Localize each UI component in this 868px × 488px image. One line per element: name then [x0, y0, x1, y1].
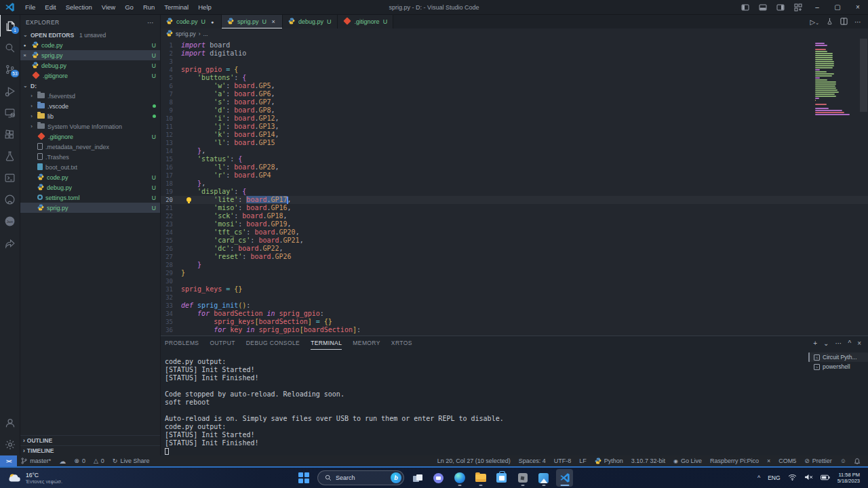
menu-item-view[interactable]: View: [97, 0, 120, 15]
code-line-27[interactable]: 27 'reset': board.GP26: [161, 253, 868, 261]
panel-tab-output[interactable]: OUTPUT: [210, 336, 235, 350]
json-icon[interactable]: Json: [0, 210, 20, 232]
go-live[interactable]: ◉Go Live: [669, 455, 706, 466]
code-line-1[interactable]: 1import board: [161, 41, 868, 49]
open-editor-sprig.py[interactable]: ×sprig.pyU: [20, 50, 160, 60]
customize-layout-icon[interactable]: [789, 0, 807, 15]
panel-tab-terminal[interactable]: TERMINAL: [311, 336, 342, 350]
code-line-11[interactable]: 11 'j': board.GP13,: [161, 123, 868, 131]
tree-item-code.py[interactable]: code.pyU: [20, 172, 160, 182]
code-line-24[interactable]: 24 'tft_cs': board.GP20,: [161, 228, 868, 237]
close-button[interactable]: ×: [848, 0, 868, 15]
code-line-17[interactable]: 17 'r': board.GP4: [161, 171, 868, 180]
tree-item-system-volume-information[interactable]: ›System Volume Information: [20, 121, 160, 131]
code-line-33[interactable]: 33def sprig_init():: [161, 302, 868, 310]
tab-code.py[interactable]: code.pyU●: [161, 15, 222, 28]
code-line-16[interactable]: 16 'l': board.GP28,: [161, 163, 868, 171]
code-line-18[interactable]: 18 },: [161, 180, 868, 188]
file-explorer-icon[interactable]: [472, 469, 489, 487]
toggle-sidebar-icon[interactable]: [736, 0, 754, 15]
menu-item-go[interactable]: Go: [120, 0, 138, 15]
code-line-10[interactable]: 10 'i': board.GP12,: [161, 115, 868, 123]
code-line-28[interactable]: 28 }: [161, 261, 868, 269]
python-interpreter[interactable]: 3.10.7 32-bit: [627, 455, 669, 466]
code-line-32[interactable]: 32: [161, 293, 868, 302]
tree-item-.gitignore[interactable]: .gitignoreU: [20, 131, 160, 142]
tray-overflow-icon[interactable]: ^: [757, 474, 760, 481]
code-line-6[interactable]: 6 'w': board.GP5,: [161, 82, 868, 90]
panel-tab-xrtos[interactable]: XRTOS: [391, 336, 412, 350]
serial-port[interactable]: COM5: [774, 455, 800, 466]
menu-item-terminal[interactable]: Terminal: [159, 0, 193, 15]
bing-icon[interactable]: b: [391, 472, 401, 483]
panel-tab-debug-console[interactable]: DEBUG CONSOLE: [246, 336, 300, 350]
github-icon[interactable]: [0, 188, 20, 210]
git-branch[interactable]: master*: [17, 455, 55, 466]
prettier[interactable]: ⊘Prettier: [800, 455, 836, 466]
volume-muted-icon[interactable]: [804, 474, 813, 482]
code-line-34[interactable]: 34 for boardSection in sprig_gpio:: [161, 310, 868, 318]
explorer-more-icon[interactable]: ⋯: [147, 19, 155, 26]
tree-item-sprig.py[interactable]: sprig.pyU: [20, 203, 160, 213]
code-line-31[interactable]: 31sprig_keys = {}: [161, 285, 868, 293]
timeline-section[interactable]: › TIMELINE: [20, 445, 160, 455]
terminal-box-icon[interactable]: [0, 167, 20, 188]
roblox-icon[interactable]: [514, 469, 531, 487]
tree-item-boot_out.txt[interactable]: boot_out.txt: [20, 162, 160, 172]
test-flask-icon[interactable]: [0, 145, 20, 167]
tab-debug.py[interactable]: debug.pyU: [283, 15, 338, 28]
toggle-secondary-sidebar-icon[interactable]: [772, 0, 789, 15]
code-line-23[interactable]: 23 'mosi': board.GP19,: [161, 220, 868, 228]
terminal-dropdown-icon[interactable]: ⌄: [823, 340, 829, 347]
code-line-9[interactable]: 9 'd': board.GP8,: [161, 106, 868, 115]
code-line-36[interactable]: 36 for key in sprig_gpio[boardSection]:: [161, 326, 868, 334]
photos-icon[interactable]: [535, 469, 552, 487]
menu-item-help[interactable]: Help: [193, 0, 216, 15]
errors[interactable]: ⊗0: [70, 455, 90, 466]
lightbulb-icon[interactable]: [186, 197, 191, 202]
code-line-22[interactable]: 22 'sck': board.GP18,: [161, 212, 868, 220]
cursor-position[interactable]: Ln 20, Col 27 (10 selected): [433, 455, 515, 466]
menu-item-run[interactable]: Run: [138, 0, 159, 15]
search-icon[interactable]: [0, 37, 20, 58]
tab-sprig.py[interactable]: sprig.pyU×: [222, 15, 283, 28]
account-icon[interactable]: [0, 412, 20, 434]
tab-close-icon[interactable]: ×: [270, 18, 277, 25]
sync-cloud[interactable]: ☁: [55, 455, 70, 466]
new-terminal-icon[interactable]: +: [813, 340, 817, 347]
open-editor-code.py[interactable]: ●code.pyU: [20, 40, 160, 50]
code-line-20[interactable]: 20 'lite': board.GP17,: [161, 196, 868, 204]
indentation[interactable]: Spaces: 4: [515, 455, 550, 466]
minimap[interactable]: [815, 43, 857, 116]
warnings[interactable]: △0: [90, 455, 108, 466]
tree-item-lib[interactable]: ›lib: [20, 111, 160, 121]
code-line-15[interactable]: 15 'status': {: [161, 155, 868, 163]
code-line-19[interactable]: 19 'display': {: [161, 188, 868, 196]
code-line-21[interactable]: 21 'miso': board.GP16,: [161, 204, 868, 212]
encoding[interactable]: UTF-8: [550, 455, 576, 466]
clock[interactable]: 11:58 PM 5/18/2023: [837, 472, 860, 484]
code-line-26[interactable]: 26 'dc': board.GP22,: [161, 245, 868, 253]
panel-tab-memory[interactable]: MEMORY: [353, 336, 380, 350]
taskbar-search-box[interactable]: Search b: [317, 470, 404, 485]
minimize-button[interactable]: –: [807, 0, 827, 15]
code-line-25[interactable]: 25 'card_cs': board.GP21,: [161, 237, 868, 245]
code-line-14[interactable]: 14 },: [161, 147, 868, 155]
extensions-icon[interactable]: [0, 123, 20, 145]
close-icon[interactable]: ×: [20, 52, 29, 58]
more-actions-icon[interactable]: ⋯: [854, 18, 861, 26]
tree-item-.trashes[interactable]: .Trashes: [20, 152, 160, 162]
open-editor-debug.py[interactable]: debug.pyU: [20, 60, 160, 70]
settings-gear-icon[interactable]: [0, 434, 20, 455]
terminal-output[interactable]: code.py output:[STATUS] Init Started![ST…: [161, 350, 808, 455]
language-mode[interactable]: Python: [591, 455, 627, 466]
tree-item-settings.toml[interactable]: settings.tomlU: [20, 192, 160, 203]
live-share[interactable]: ↻Live Share: [108, 455, 154, 466]
keyboard-language[interactable]: ENG: [768, 474, 780, 481]
folder-header[interactable]: ⌄ D:: [20, 81, 160, 91]
menu-item-file[interactable]: File: [20, 0, 40, 15]
outline-section[interactable]: › OUTLINE: [20, 435, 160, 445]
remote-explorer-icon[interactable]: [0, 102, 20, 123]
serial-close[interactable]: ×: [763, 455, 774, 466]
weather-widget[interactable]: 16°C Έντονες νεφώσ.: [0, 472, 136, 485]
